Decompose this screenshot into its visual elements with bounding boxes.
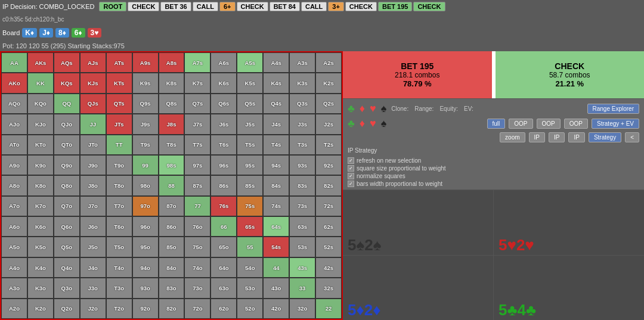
- matrix-cell[interactable]: T7o: [106, 196, 132, 216]
- matrix-cell[interactable]: 52s: [315, 237, 342, 257]
- bet-action-box[interactable]: BET 195 218.1 combos 78.79 %: [343, 51, 492, 98]
- board-card-hearts[interactable]: 5♥2♥: [494, 190, 644, 255]
- matrix-cell[interactable]: KQo: [27, 94, 54, 114]
- matrix-cell[interactable]: Q3s: [289, 94, 315, 114]
- matrix-cell[interactable]: J8s: [159, 114, 185, 134]
- matrix-cell[interactable]: 32s: [315, 278, 342, 298]
- matrix-cell[interactable]: 74s: [263, 196, 289, 216]
- matrix-cell[interactable]: 99: [132, 155, 159, 175]
- matrix-cell[interactable]: J7o: [80, 196, 106, 216]
- checkbox-1[interactable]: ✓: [348, 157, 354, 164]
- matrix-cell[interactable]: QQ: [54, 94, 80, 114]
- matrix-cell[interactable]: 62s: [315, 216, 342, 237]
- bet36-button[interactable]: BET 36: [160, 2, 191, 11]
- strategy-button[interactable]: Strategy: [589, 132, 621, 142]
- card-3[interactable]: 3♥: [88, 28, 102, 38]
- zoom-button[interactable]: zoom: [500, 132, 525, 142]
- matrix-cell[interactable]: 72s: [315, 196, 342, 216]
- matrix-cell[interactable]: 72o: [184, 299, 210, 319]
- matrix-cell[interactable]: K4s: [263, 73, 289, 93]
- matrix-cell[interactable]: 94s: [263, 155, 289, 175]
- card-8[interactable]: 8♦: [55, 28, 69, 38]
- spade-icon-2[interactable]: ♠: [381, 117, 387, 130]
- matrix-cell[interactable]: 65s: [237, 216, 263, 237]
- matrix-cell[interactable]: T9o: [106, 155, 132, 175]
- matrix-cell[interactable]: 77: [184, 196, 210, 216]
- matrix-cell[interactable]: A8o: [1, 175, 27, 195]
- matrix-cell[interactable]: Q7o: [54, 196, 80, 216]
- matrix-cell[interactable]: K2o: [27, 299, 54, 319]
- board-card-diamonds[interactable]: 5♦2♦: [343, 256, 493, 321]
- matrix-cell[interactable]: 93s: [289, 155, 315, 175]
- check-button-2[interactable]: CHECK: [237, 2, 268, 11]
- matrix-cell[interactable]: K3o: [27, 278, 54, 298]
- heart-icon-1[interactable]: ♥: [370, 102, 376, 115]
- checkbox-3[interactable]: ✓: [348, 173, 354, 179]
- matrix-cell[interactable]: 97s: [184, 155, 210, 175]
- matrix-cell[interactable]: 63o: [210, 278, 237, 298]
- matrix-cell[interactable]: T6s: [210, 135, 237, 155]
- matrix-cell[interactable]: T3s: [289, 135, 315, 155]
- matrix-cell[interactable]: 95o: [132, 237, 159, 257]
- matrix-cell[interactable]: 75s: [237, 196, 263, 216]
- matrix-cell[interactable]: 86s: [210, 175, 237, 195]
- matrix-cell[interactable]: J2s: [315, 114, 342, 134]
- club-icon-2[interactable]: ♣: [348, 117, 355, 130]
- matrix-cell[interactable]: A2s: [315, 52, 342, 73]
- matrix-cell[interactable]: T2s: [315, 135, 342, 155]
- matrix-cell[interactable]: J2o: [80, 299, 106, 319]
- full-button[interactable]: full: [487, 119, 506, 129]
- matrix-cell[interactable]: Q9o: [54, 155, 80, 175]
- matrix-cell[interactable]: Q6o: [54, 216, 80, 237]
- matrix-cell[interactable]: K5o: [27, 237, 54, 257]
- matrix-cell[interactable]: 74o: [184, 257, 210, 278]
- matrix-cell[interactable]: Q5o: [54, 237, 80, 257]
- matrix-cell[interactable]: A7o: [1, 196, 27, 216]
- matrix-cell[interactable]: Q5s: [237, 94, 263, 114]
- matrix-cell[interactable]: J5s: [237, 114, 263, 134]
- matrix-cell[interactable]: 82s: [315, 175, 342, 195]
- spade-icon-1[interactable]: ♠: [381, 102, 387, 115]
- matrix-cell[interactable]: J9o: [80, 155, 106, 175]
- matrix-cell[interactable]: Q2o: [54, 299, 80, 319]
- matrix-cell[interactable]: ATo: [1, 135, 27, 155]
- call-button-1[interactable]: CALL: [193, 2, 218, 11]
- matrix-cell[interactable]: 86o: [159, 216, 185, 237]
- 6plus-button[interactable]: 6+: [219, 2, 236, 11]
- matrix-cell[interactable]: 42o: [263, 299, 289, 319]
- matrix-cell[interactable]: AJs: [80, 52, 106, 73]
- matrix-cell[interactable]: J9s: [132, 114, 159, 134]
- matrix-cell[interactable]: 95s: [237, 155, 263, 175]
- matrix-cell[interactable]: J6o: [80, 216, 106, 237]
- matrix-cell[interactable]: 52o: [237, 299, 263, 319]
- matrix-cell[interactable]: KTo: [27, 135, 54, 155]
- matrix-cell[interactable]: 44: [263, 257, 289, 278]
- matrix-cell[interactable]: Q4s: [263, 94, 289, 114]
- matrix-cell[interactable]: 53s: [289, 237, 315, 257]
- matrix-cell[interactable]: 53o: [237, 278, 263, 298]
- matrix-cell[interactable]: T9s: [132, 135, 159, 155]
- matrix-cell[interactable]: T8s: [159, 135, 185, 155]
- matrix-cell[interactable]: A6o: [1, 216, 27, 237]
- bet84-button[interactable]: BET 84: [270, 2, 300, 11]
- matrix-cell[interactable]: K7o: [27, 196, 54, 216]
- matrix-cell[interactable]: 84o: [159, 257, 185, 278]
- diamond-icon-1[interactable]: ♦: [360, 102, 365, 115]
- matrix-cell[interactable]: Q6s: [210, 94, 237, 114]
- matrix-cell[interactable]: K4o: [27, 257, 54, 278]
- matrix-cell[interactable]: 55: [237, 237, 263, 257]
- matrix-cell[interactable]: J7s: [184, 114, 210, 134]
- ip-button-ev[interactable]: IP: [568, 132, 584, 142]
- matrix-cell[interactable]: K3s: [289, 73, 315, 93]
- matrix-cell[interactable]: K8o: [27, 175, 54, 195]
- matrix-cell[interactable]: A4s: [263, 52, 289, 73]
- matrix-cell[interactable]: T5s: [237, 135, 263, 155]
- matrix-cell[interactable]: A5o: [1, 237, 27, 257]
- matrix-cell[interactable]: J6s: [210, 114, 237, 134]
- matrix-cell[interactable]: QJs: [80, 94, 106, 114]
- matrix-cell[interactable]: J3o: [80, 278, 106, 298]
- matrix-cell[interactable]: A9s: [132, 52, 159, 73]
- matrix-cell[interactable]: 82o: [159, 299, 185, 319]
- matrix-cell[interactable]: 98o: [132, 175, 159, 195]
- matrix-cell[interactable]: A2o: [1, 299, 27, 319]
